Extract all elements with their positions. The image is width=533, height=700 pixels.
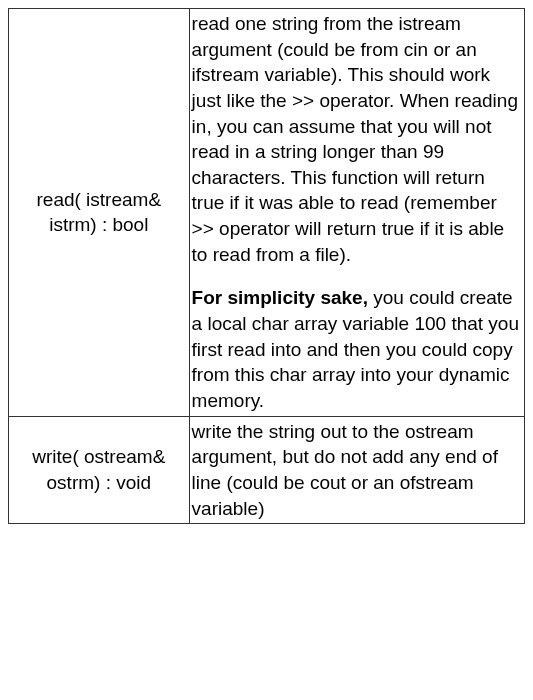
function-signature: write( ostream& ostrm) : void [32,446,165,493]
description-paragraph: write the string out to the ostream argu… [192,419,520,522]
description-cell: read one string from the istream argumen… [189,9,524,417]
function-table: read( istream& istrm) : bool read one st… [8,8,525,524]
signature-cell: read( istream& istrm) : bool [9,9,190,417]
description-paragraph: read one string from the istream argumen… [192,11,520,267]
table-row: read( istream& istrm) : bool read one st… [9,9,525,417]
bold-text: For simplicity sake, [192,287,368,308]
description-paragraph: For simplicity sake, you could create a … [192,285,520,413]
signature-cell: write( ostream& ostrm) : void [9,416,190,524]
description-cell: write the string out to the ostream argu… [189,416,524,524]
function-signature: read( istream& istrm) : bool [36,189,161,236]
table-row: write( ostream& ostrm) : void write the … [9,416,525,524]
